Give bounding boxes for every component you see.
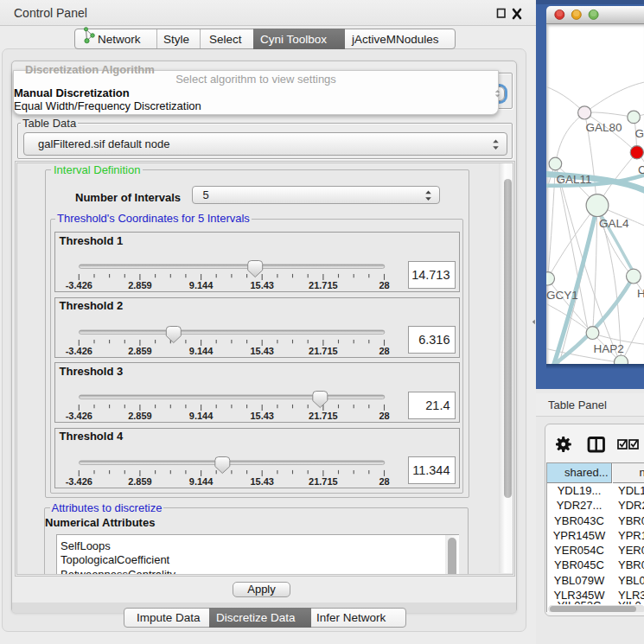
svg-text:C: C bbox=[638, 163, 644, 175]
svg-text:15.43: 15.43 bbox=[250, 280, 274, 290]
svg-text:2.859: 2.859 bbox=[128, 280, 152, 290]
svg-text:21.715: 21.715 bbox=[309, 280, 338, 290]
svg-text:-3.426: -3.426 bbox=[66, 345, 92, 355]
svg-text:HI: HI bbox=[637, 286, 644, 299]
svg-text:2.859: 2.859 bbox=[128, 345, 152, 355]
svg-text:GAL80: GAL80 bbox=[585, 120, 622, 133]
svg-text:2.859: 2.859 bbox=[128, 411, 152, 421]
svg-text:HAP2: HAP2 bbox=[593, 341, 623, 354]
svg-text:9.144: 9.144 bbox=[189, 411, 214, 421]
svg-text:21.715: 21.715 bbox=[309, 475, 338, 486]
svg-text:GAL11: GAL11 bbox=[556, 172, 591, 185]
svg-text:GA: GA bbox=[634, 126, 644, 139]
svg-text:9.144: 9.144 bbox=[189, 475, 214, 486]
svg-text:28: 28 bbox=[379, 411, 389, 421]
svg-text:28: 28 bbox=[379, 345, 389, 355]
svg-text:15.43: 15.43 bbox=[250, 411, 274, 421]
svg-text:2.859: 2.859 bbox=[128, 475, 152, 486]
svg-text:-3.426: -3.426 bbox=[66, 280, 92, 290]
svg-text:21.715: 21.715 bbox=[309, 345, 338, 355]
svg-text:15.43: 15.43 bbox=[250, 475, 274, 486]
svg-text:GCY1: GCY1 bbox=[546, 288, 578, 301]
svg-text:9.144: 9.144 bbox=[189, 345, 214, 355]
svg-text:-3.426: -3.426 bbox=[66, 475, 92, 486]
svg-text:28: 28 bbox=[379, 475, 389, 486]
svg-text:15.43: 15.43 bbox=[250, 345, 274, 355]
svg-text:28: 28 bbox=[379, 280, 389, 290]
svg-text:9.144: 9.144 bbox=[189, 280, 214, 290]
svg-text:GAL4: GAL4 bbox=[599, 216, 629, 229]
svg-text:-3.426: -3.426 bbox=[66, 411, 92, 421]
svg-text:21.715: 21.715 bbox=[309, 411, 338, 421]
